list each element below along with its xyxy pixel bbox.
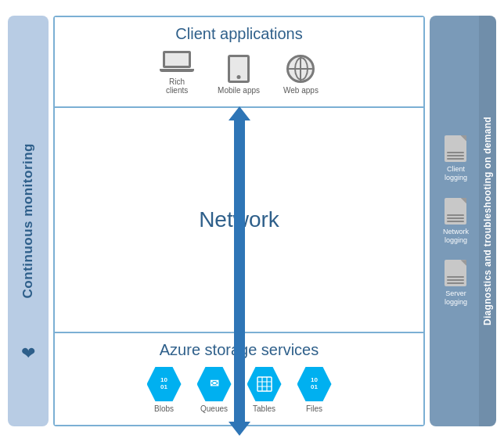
tables-label: Tables <box>253 404 275 413</box>
network-logging-label: Networklogging <box>443 228 469 245</box>
right-sidebar: Clientlogging Networklogging Serverlog <box>430 16 496 426</box>
doc-line-5 <box>447 217 464 219</box>
logging-items: Clientlogging Networklogging Serverlog <box>443 27 469 415</box>
rich-clients-label: Richclients <box>166 77 188 95</box>
globe-curve <box>294 57 308 81</box>
doc-line-2 <box>447 155 464 156</box>
rich-clients-item: Richclients <box>160 51 194 95</box>
tables-item: Tables <box>247 367 282 413</box>
doc-line-3 <box>447 158 464 160</box>
client-apps-icons-row: Richclients Mobile apps Web <box>67 51 412 95</box>
center-content: Client applications Richclients Mobile a… <box>53 16 425 426</box>
storage-icons-row: 1001 Blobs ✉ Queues <box>67 367 412 413</box>
queues-hex: ✉ <box>197 367 232 401</box>
blobs-hex: 1001 <box>147 367 182 401</box>
svg-rect-0 <box>257 377 272 391</box>
network-logging-item: Networklogging <box>443 198 469 245</box>
table-grid-icon <box>257 376 272 392</box>
server-logging-doc-icon <box>445 260 466 286</box>
right-sidebar-text-bg: Diagnostics and troubleshooting on deman… <box>479 16 496 426</box>
tablet-button <box>237 75 241 79</box>
laptop-screen <box>163 51 191 68</box>
client-apps-title: Client applications <box>67 25 412 43</box>
files-label: Files <box>306 404 322 413</box>
client-logging-item: Clientlogging <box>445 135 467 182</box>
network-logging-doc-icon <box>445 198 466 225</box>
arrow-head-up <box>229 106 250 120</box>
laptop-icon <box>160 51 194 74</box>
files-hex: 1001 <box>297 367 332 401</box>
storage-title: Azure storage services <box>67 341 412 359</box>
blobs-item: 1001 Blobs <box>147 367 182 413</box>
main-container: Continuous monitoring ❤ Client applicati… <box>0 0 504 442</box>
client-apps-section: Client applications Richclients Mobile a… <box>55 17 423 108</box>
continuous-monitoring-label: Continuous monitoring <box>20 143 36 298</box>
doc-line-9 <box>447 282 464 284</box>
doc-line-8 <box>447 279 464 281</box>
mobile-apps-label: Mobile apps <box>218 86 260 95</box>
queues-label: Queues <box>200 404 228 413</box>
doc-line-1 <box>447 152 464 153</box>
network-title: Network <box>199 207 279 232</box>
server-logging-label: Serverlogging <box>445 289 467 307</box>
queues-item: ✉ Queues <box>197 367 232 413</box>
diagnostics-label: Diagnostics and troubleshooting on deman… <box>482 117 493 325</box>
web-apps-item: Web apps <box>283 55 319 95</box>
client-logging-label: Clientlogging <box>445 165 467 182</box>
doc-line-7 <box>447 276 464 278</box>
web-apps-label: Web apps <box>283 86 319 95</box>
doc-line-4 <box>447 214 464 216</box>
files-item: 1001 Files <box>297 367 332 413</box>
left-sidebar: Continuous monitoring ❤ <box>8 16 49 426</box>
storage-section: Azure storage services 1001 Blobs ✉ Queu… <box>55 333 423 425</box>
heart-icon: ❤ <box>21 343 35 364</box>
client-logging-doc-icon <box>445 135 466 162</box>
laptop-base <box>160 69 194 72</box>
tablet-icon <box>228 55 250 83</box>
blobs-label: Blobs <box>154 404 174 413</box>
server-logging-item: Serverlogging <box>445 260 467 307</box>
doc-line-6 <box>447 221 464 222</box>
mobile-apps-item: Mobile apps <box>218 55 260 95</box>
tables-hex <box>247 367 282 401</box>
globe-icon <box>286 55 315 83</box>
network-section: Network <box>55 108 423 333</box>
